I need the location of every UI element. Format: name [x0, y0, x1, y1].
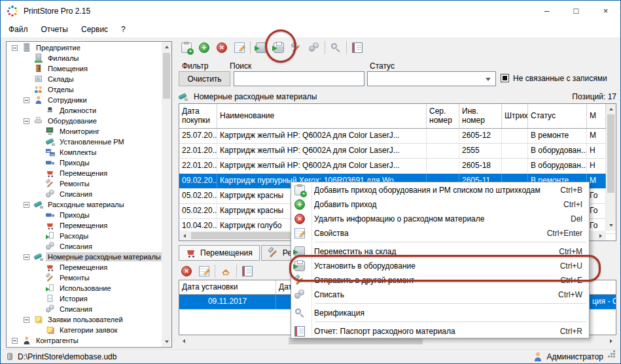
menu-reports[interactable]: Отчеты: [35, 22, 75, 37]
scroll-down-arrow[interactable]: [162, 337, 171, 347]
tree-item-6[interactable]: Должности: [7, 105, 162, 116]
tree-item-15[interactable]: Расходные материалы: [7, 199, 162, 210]
add-receipt-button[interactable]: [197, 41, 211, 55]
resize-grip[interactable]: [613, 350, 615, 352]
tree-item-2[interactable]: Помещения: [7, 63, 162, 74]
status-dropdown[interactable]: [367, 71, 496, 86]
properties-button[interactable]: [197, 264, 211, 278]
detail-grid-column-header[interactable]: Дата установки: [179, 280, 276, 294]
tree-expander-icon[interactable]: [24, 317, 29, 323]
grid-vertical-scrollbar[interactable]: [606, 104, 616, 231]
minimize-button[interactable]: –: [532, 1, 561, 21]
search-button[interactable]: [328, 41, 343, 55]
tree-expander-icon[interactable]: [24, 202, 29, 208]
context-menu-item-0[interactable]: Добавить приход оборудования и РМ списко…: [291, 183, 589, 197]
menu-file[interactable]: Файл: [2, 22, 35, 37]
tree-item-label: Заказы: [46, 346, 74, 347]
context-menu-item-label: Добавить приход: [314, 200, 557, 209]
tree-item-22[interactable]: Ремонты: [7, 273, 162, 283]
scroll-right-arrow[interactable]: [596, 231, 606, 240]
scroll-up-arrow[interactable]: [162, 42, 171, 52]
tree-item-3[interactable]: Склады: [7, 74, 162, 84]
tree-item-9[interactable]: Установленные РМ: [7, 137, 162, 147]
tree-item-11[interactable]: Приходы: [7, 157, 162, 168]
tree-expander-icon[interactable]: [24, 118, 29, 124]
tree-item-1[interactable]: Филиалы: [7, 53, 162, 63]
report-button[interactable]: [350, 41, 364, 55]
scrollbar-thumb[interactable]: [607, 114, 614, 193]
scroll-up-arrow[interactable]: [606, 104, 616, 114]
materials-grid-row[interactable]: 22.01.20...Картридж желтый HP: Q6002A дл…: [179, 144, 616, 159]
close-button[interactable]: ×: [591, 1, 620, 21]
tree-item-27[interactable]: Категории заявок: [7, 325, 162, 335]
context-menu-item-7[interactable]: СписатьCtrl+W: [291, 288, 589, 302]
tree-expander-icon[interactable]: [24, 97, 29, 103]
context-menu-item-1[interactable]: Добавить приходCtrl+I: [291, 197, 589, 212]
tree-item-28[interactable]: Контрагенты: [7, 335, 162, 346]
report-button[interactable]: [240, 264, 255, 278]
materials-grid-header-row: Дата покупкиНаименованиеСер. номерИнв. н…: [179, 104, 616, 129]
tree-item-0[interactable]: Предприятие: [7, 42, 162, 53]
add-receipt-by-barcode-list-button[interactable]: [179, 41, 194, 55]
tree-item-8[interactable]: Мониторинг: [7, 126, 162, 137]
materials-grid-column-header[interactable]: Инв. номер: [459, 104, 502, 128]
scrollbar-thumb[interactable]: [163, 53, 170, 99]
context-menu-item-3[interactable]: СвойстваCtrl+Enter: [291, 226, 589, 240]
materials-grid-column-header[interactable]: Наименование: [217, 104, 427, 128]
tree-item-23[interactable]: Использование: [7, 283, 162, 293]
search-icon: [294, 308, 305, 318]
filter-label: Фильтр: [182, 61, 208, 71]
materials-grid-column-header[interactable]: М: [587, 104, 606, 128]
scroll-left-arrow[interactable]: [179, 231, 189, 240]
tree-item-26[interactable]: Заявки пользователей: [7, 314, 162, 325]
tree-item-4[interactable]: Отделы: [7, 84, 162, 95]
scroll-down-arrow[interactable]: [606, 221, 616, 231]
tree-item-12[interactable]: Перемещения: [7, 168, 162, 178]
menu-help[interactable]: ?: [115, 22, 132, 37]
tree-item-10[interactable]: Комплекты: [7, 147, 162, 157]
materials-grid-column-header[interactable]: Дата покупки: [179, 104, 217, 128]
tree-vertical-scrollbar[interactable]: [162, 42, 171, 347]
tree-item-21[interactable]: Перемещения: [7, 262, 162, 273]
tree-expander-icon[interactable]: [12, 45, 18, 51]
delete-button[interactable]: [215, 41, 229, 55]
tree-item-25[interactable]: Списания: [7, 304, 162, 314]
context-menu-item-8[interactable]: Верификация: [291, 306, 589, 320]
properties-button[interactable]: [232, 41, 247, 55]
scroll-left-arrow[interactable]: [179, 336, 188, 346]
context-menu-item-9[interactable]: Отчет: Паспорт расходного материалаCtrl+…: [291, 324, 589, 339]
tree-item-24[interactable]: История: [7, 293, 162, 304]
edit-icon: [199, 266, 209, 276]
materials-grid-row[interactable]: 22.01.20...Картридж желтый HP: Q6002A дл…: [179, 159, 616, 174]
tree-item-17[interactable]: Перемещения: [7, 220, 162, 231]
scroll-right-arrow[interactable]: [607, 336, 616, 346]
return-to-stock-button[interactable]: [219, 264, 233, 278]
maximize-button[interactable]: □: [561, 1, 591, 21]
unlinked-records-checkbox[interactable]: [501, 74, 509, 82]
tree-item-label: Контрагенты: [34, 336, 80, 345]
context-menu-item-2[interactable]: Удалить информацию о расходном материале…: [291, 212, 589, 226]
annotation-circle-toolbar: [265, 29, 296, 63]
write-off-button[interactable]: [307, 41, 321, 55]
tree-item-18[interactable]: Расходы: [7, 231, 162, 241]
tree-expander-icon[interactable]: [12, 338, 18, 344]
clear-filter-button[interactable]: Очистить: [179, 71, 230, 86]
materials-grid-row[interactable]: 25.07.20...Картридж желтый HP: Q6002A дл…: [179, 129, 616, 144]
materials-grid-cell: 2605-18: [459, 159, 502, 173]
delete-button[interactable]: [179, 264, 194, 278]
tree-item-16[interactable]: Приходы: [7, 210, 162, 220]
tree-item-5[interactable]: Сотрудники: [7, 95, 162, 105]
tree-item-19[interactable]: Списания: [7, 241, 162, 252]
search-input[interactable]: [234, 71, 364, 86]
tree-expander-icon[interactable]: [24, 254, 29, 260]
materials-grid-column-header[interactable]: Сер. номер: [427, 104, 459, 128]
tab-movements[interactable]: Перемещения: [179, 245, 260, 261]
menu-service[interactable]: Сервис: [75, 22, 115, 37]
tree-item-29[interactable]: Заказы: [7, 346, 162, 347]
tree-item-13[interactable]: Ремонты: [7, 178, 162, 189]
tree-item-7[interactable]: Оборудование: [7, 116, 162, 126]
materials-grid-column-header[interactable]: Статус: [528, 104, 587, 128]
materials-grid-column-header[interactable]: Штрих: [502, 104, 528, 128]
tree-item-14[interactable]: Списания: [7, 189, 162, 199]
tree-item-20[interactable]: Номерные расходные материалы: [7, 252, 162, 262]
